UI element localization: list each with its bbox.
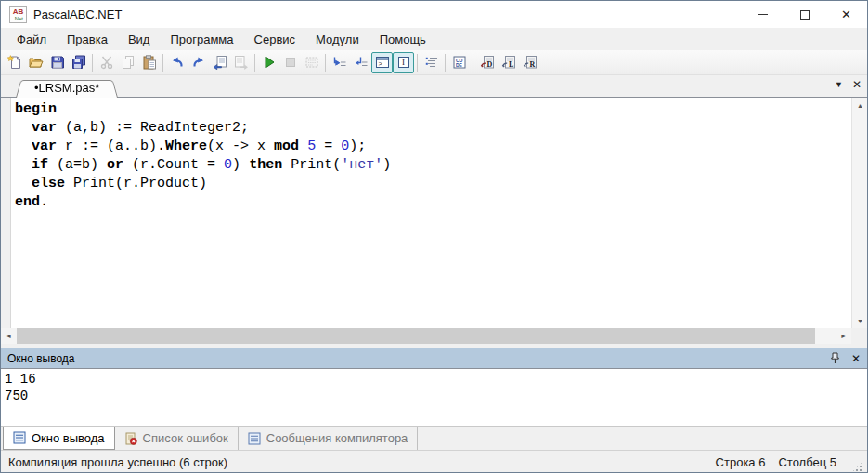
editor-gutter xyxy=(1,98,11,328)
menu-file[interactable]: Файл xyxy=(6,30,57,49)
code-token: 5 xyxy=(307,138,316,154)
indent-increase-icon xyxy=(332,55,347,70)
code-line: if (a=b) or (r.Count = 0) then Print('не… xyxy=(15,156,851,175)
document-tabbar: •LRSM.pas* ▼ ✕ xyxy=(1,75,867,97)
redo-button[interactable] xyxy=(188,52,209,73)
cursor-toggle-button[interactable]: I xyxy=(393,52,414,73)
navigate-back-button[interactable] xyxy=(209,52,230,73)
horizontal-scrollbar[interactable]: ◄ ► xyxy=(1,328,851,344)
vertical-scroll-track[interactable] xyxy=(852,112,867,313)
menu-program[interactable]: Программа xyxy=(160,30,243,49)
code-templates-button[interactable]: CODE xyxy=(448,52,470,73)
save-button[interactable] xyxy=(46,52,68,73)
menu-modules[interactable]: Модули xyxy=(305,30,369,49)
output-list-icon xyxy=(13,431,26,444)
pin-icon[interactable] xyxy=(830,352,840,364)
tab-overflow-button[interactable]: ▼ xyxy=(835,80,843,89)
scroll-right-icon[interactable]: ► xyxy=(836,329,851,344)
toolbar-separator xyxy=(445,54,446,72)
insert-template-r-button[interactable]: R xyxy=(519,52,540,73)
undo-button[interactable] xyxy=(166,52,188,73)
menu-edit[interactable]: Правка xyxy=(57,30,118,49)
code-text-area[interactable]: begin var (a,b) := ReadInteger2; var r :… xyxy=(11,98,851,328)
insert-template-l-button[interactable]: L xyxy=(498,52,519,73)
tab-output-window[interactable]: Окно вывода xyxy=(3,427,115,450)
app-icon-text-bottom: .Net xyxy=(13,16,23,21)
code-line: end. xyxy=(15,193,851,212)
compile-icon xyxy=(304,55,319,70)
code-token xyxy=(15,138,32,154)
svg-text:R: R xyxy=(529,60,535,69)
save-icon xyxy=(50,55,65,70)
navigate-forward-button xyxy=(230,52,252,73)
indent-decrease-icon xyxy=(354,55,369,70)
code-token: or xyxy=(107,157,123,173)
code-token: var xyxy=(32,138,57,154)
titlebar: AB .Net PascalABC.NET ✕ xyxy=(1,1,867,28)
error-list-icon xyxy=(124,432,137,445)
menu-service[interactable]: Сервис xyxy=(244,30,306,49)
output-panel: Окно вывода ✕ 1 16 750 xyxy=(1,348,867,426)
code-token: (x -> x xyxy=(207,138,274,154)
tab-label: Окно вывода xyxy=(32,431,105,445)
menu-help[interactable]: Помощь xyxy=(369,30,436,49)
output-close-icon[interactable]: ✕ xyxy=(851,352,861,365)
toolbar: > I CODE D L R xyxy=(1,50,867,75)
resize-grip[interactable] xyxy=(851,461,863,473)
output-panel-title: Окно вывода xyxy=(7,352,830,365)
status-column-number: Столбец 5 xyxy=(778,455,836,469)
tab-compiler-messages[interactable]: Сообщения компилятора xyxy=(239,427,419,450)
menubar: Файл Правка Вид Программа Сервис Модули … xyxy=(1,28,867,50)
tab-label: Сообщения компилятора xyxy=(266,431,408,445)
toolbar-separator xyxy=(325,54,326,72)
code-token xyxy=(15,176,32,191)
scroll-down-icon[interactable]: ▼ xyxy=(852,313,868,328)
code-token: begin xyxy=(15,101,57,117)
code-token: 'нет' xyxy=(341,157,382,173)
code-token: Print(r.Product) xyxy=(65,176,207,191)
indent-increase-button[interactable] xyxy=(329,52,350,73)
code-line: begin xyxy=(15,100,851,119)
open-file-button[interactable] xyxy=(25,52,46,73)
text-cursor-icon: I xyxy=(396,55,411,70)
run-button[interactable] xyxy=(258,52,279,73)
scroll-left-icon[interactable]: ◄ xyxy=(1,329,17,344)
output-panel-header[interactable]: Окно вывода ✕ xyxy=(1,348,867,368)
minimize-button[interactable] xyxy=(742,1,784,28)
navigate-forward-icon xyxy=(234,55,249,70)
insert-template-d-button[interactable]: D xyxy=(476,52,498,73)
code-token: r := (a..b). xyxy=(57,138,165,154)
code-token: end xyxy=(15,194,40,210)
toolbar-separator xyxy=(162,54,163,72)
code-token: Where xyxy=(165,138,207,154)
tab-close-button[interactable]: ✕ xyxy=(852,78,862,91)
scroll-up-icon[interactable]: ▲ xyxy=(852,98,868,112)
indent-decrease-button[interactable] xyxy=(350,52,371,73)
scrollbar-corner xyxy=(851,328,867,344)
paste-button[interactable] xyxy=(138,52,160,73)
tab-lrsm-pas[interactable]: •LRSM.pas* xyxy=(16,78,118,98)
new-file-button[interactable] xyxy=(4,52,25,73)
vertical-scrollbar[interactable]: ▲ ▼ xyxy=(851,98,867,328)
undo-icon xyxy=(170,55,185,70)
maximize-button[interactable] xyxy=(784,1,825,28)
app-icon-text-top: AB xyxy=(13,8,24,16)
close-button[interactable]: ✕ xyxy=(825,1,867,28)
redo-icon xyxy=(191,55,206,70)
tab-error-list[interactable]: Список ошибок xyxy=(115,427,239,450)
code-token: then xyxy=(249,157,282,173)
pascalabc-window: AB .Net PascalABC.NET ✕ Файл Правка Вид … xyxy=(0,0,868,473)
save-all-button[interactable] xyxy=(68,52,89,73)
code-templates-icon: CODE xyxy=(452,55,467,70)
insert-template-d-icon: D xyxy=(480,55,495,70)
output-console[interactable]: 1 16 750 xyxy=(1,368,867,426)
code-token: 0 xyxy=(341,138,349,154)
format-code-button[interactable] xyxy=(421,52,442,73)
svg-text:L: L xyxy=(509,60,513,69)
toolbar-separator xyxy=(417,54,418,72)
console-toggle-button[interactable]: > xyxy=(371,52,393,73)
menu-view[interactable]: Вид xyxy=(118,30,161,49)
svg-text:>: > xyxy=(378,60,382,68)
horizontal-scroll-thumb[interactable] xyxy=(17,328,815,344)
code-token: (a,b) := ReadInteger2; xyxy=(57,120,249,136)
